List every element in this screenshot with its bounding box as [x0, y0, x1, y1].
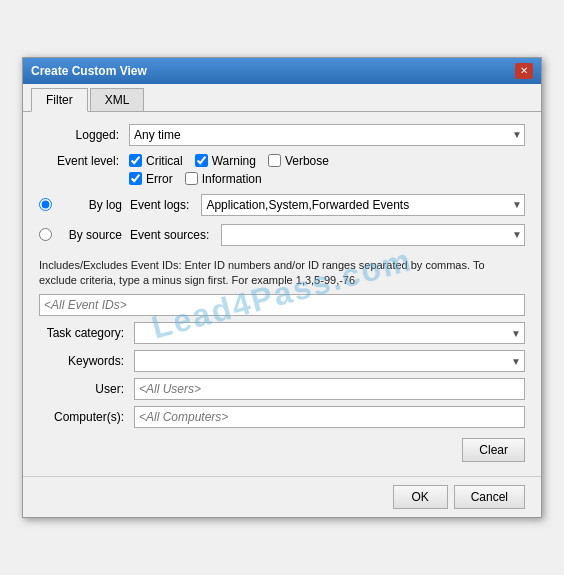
title-bar-buttons: ✕: [515, 63, 533, 79]
filter-content: Logged: Any time Last hour Last 12 hours…: [23, 112, 541, 477]
footer-bar: OK Cancel: [23, 476, 541, 517]
by-log-label: By log: [60, 198, 122, 212]
verbose-label: Verbose: [285, 154, 329, 168]
verbose-checkbox[interactable]: [268, 154, 281, 167]
error-label: Error: [146, 172, 173, 186]
user-label: User:: [39, 382, 134, 396]
computers-label: Computer(s):: [39, 410, 134, 424]
by-source-row: By source Event sources: ▼: [39, 224, 525, 246]
event-level-label: Event level:: [39, 154, 129, 168]
tab-bar: Filter XML: [23, 84, 541, 112]
close-button[interactable]: ✕: [515, 63, 533, 79]
user-input[interactable]: [134, 378, 525, 400]
event-level-row: Event level: Critical Warning: [39, 154, 525, 186]
verbose-checkbox-wrap[interactable]: Verbose: [268, 154, 329, 168]
critical-checkbox-wrap[interactable]: Critical: [129, 154, 183, 168]
logged-control: Any time Last hour Last 12 hours Last 24…: [129, 124, 525, 146]
task-category-label: Task category:: [39, 326, 134, 340]
warning-label: Warning: [212, 154, 256, 168]
by-source-radio[interactable]: [39, 228, 52, 241]
event-logs-wrap: Application,System,Forwarded Events ▼: [201, 194, 525, 216]
information-checkbox[interactable]: [185, 172, 198, 185]
by-log-row: By log Event logs: Application,System,Fo…: [39, 194, 525, 216]
logged-row: Logged: Any time Last hour Last 12 hours…: [39, 124, 525, 146]
keywords-label: Keywords:: [39, 354, 134, 368]
task-category-wrap: ▼: [134, 322, 525, 344]
computers-row: Computer(s):: [39, 406, 525, 428]
error-checkbox[interactable]: [129, 172, 142, 185]
description-text: Includes/Excludes Event IDs: Enter ID nu…: [39, 258, 525, 289]
by-log-radio[interactable]: [39, 198, 52, 211]
event-sources-label: Event sources:: [130, 228, 213, 242]
event-level-options: Critical Warning Verbose: [129, 154, 329, 186]
clear-row: Clear: [39, 434, 525, 464]
information-checkbox-wrap[interactable]: Information: [185, 172, 262, 186]
information-label: Information: [202, 172, 262, 186]
event-sources-wrap: ▼: [221, 224, 525, 246]
keywords-select[interactable]: [134, 350, 525, 372]
log-source-section: By log Event logs: Application,System,Fo…: [39, 194, 525, 250]
event-ids-input[interactable]: [39, 294, 525, 316]
logged-select-wrap: Any time Last hour Last 12 hours Last 24…: [129, 124, 525, 146]
event-logs-select[interactable]: Application,System,Forwarded Events: [201, 194, 525, 216]
event-ids-row: [39, 294, 525, 316]
event-level-row-2: Error Information: [129, 172, 329, 186]
task-category-select[interactable]: [134, 322, 525, 344]
bottom-section: Task category: ▼ Keywords:: [39, 322, 525, 464]
title-bar: Create Custom View ✕: [23, 58, 541, 84]
tab-xml[interactable]: XML: [90, 88, 145, 111]
computers-input[interactable]: [134, 406, 525, 428]
dialog: Create Custom View ✕ Filter XML Lead4Pas…: [22, 57, 542, 519]
warning-checkbox-wrap[interactable]: Warning: [195, 154, 256, 168]
event-sources-select[interactable]: [221, 224, 525, 246]
keywords-row: Keywords: ▼: [39, 350, 525, 372]
task-category-row: Task category: ▼: [39, 322, 525, 344]
computers-wrap: [134, 406, 525, 428]
event-logs-label: Event logs:: [130, 198, 193, 212]
event-level-row-1: Critical Warning Verbose: [129, 154, 329, 168]
keywords-wrap: ▼: [134, 350, 525, 372]
dialog-title: Create Custom View: [31, 64, 147, 78]
ok-button[interactable]: OK: [393, 485, 448, 509]
critical-label: Critical: [146, 154, 183, 168]
critical-checkbox[interactable]: [129, 154, 142, 167]
error-checkbox-wrap[interactable]: Error: [129, 172, 173, 186]
cancel-button[interactable]: Cancel: [454, 485, 525, 509]
tab-filter[interactable]: Filter: [31, 88, 88, 112]
warning-checkbox[interactable]: [195, 154, 208, 167]
logged-label: Logged:: [39, 128, 129, 142]
user-row: User:: [39, 378, 525, 400]
user-wrap: [134, 378, 525, 400]
clear-button[interactable]: Clear: [462, 438, 525, 462]
logged-select[interactable]: Any time Last hour Last 12 hours Last 24…: [129, 124, 525, 146]
by-source-label: By source: [60, 228, 122, 242]
